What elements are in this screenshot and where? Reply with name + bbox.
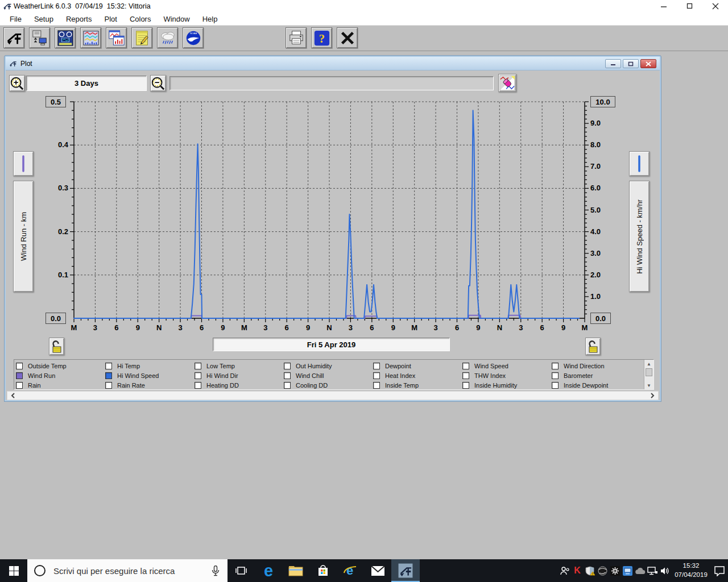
- svg-text:3: 3: [349, 323, 353, 332]
- start-button[interactable]: [0, 559, 27, 582]
- pinwheel-tray-button[interactable]: [609, 559, 621, 582]
- time-range-box[interactable]: 3 Days: [26, 76, 147, 91]
- file-explorer-button[interactable]: [282, 559, 309, 582]
- scroll-left-icon[interactable]: [9, 392, 18, 400]
- exit-button[interactable]: [337, 27, 358, 48]
- menu-colors[interactable]: Colors: [123, 13, 158, 25]
- help-button[interactable]: ?: [311, 27, 332, 48]
- svg-text:0.4: 0.4: [58, 140, 69, 149]
- legend-checkbox-wind-run[interactable]: [16, 372, 23, 379]
- mail-icon: [371, 566, 385, 576]
- plot-horizontal-scrollbar[interactable]: [7, 391, 659, 400]
- legend-checkbox-wind-direction[interactable]: [552, 363, 559, 369]
- left-series-color-button[interactable]: [13, 151, 34, 176]
- legend-checkbox-dewpoint[interactable]: [373, 363, 380, 369]
- task-view-button[interactable]: [228, 559, 255, 582]
- zoom-out-button[interactable]: [150, 75, 166, 92]
- legend-checkbox-thw-index[interactable]: [462, 372, 469, 379]
- legend-checkbox-outside-temp[interactable]: [16, 363, 23, 369]
- clear-plot-button[interactable]: [498, 74, 516, 92]
- microphone-icon[interactable]: [212, 566, 220, 576]
- legend-checkbox-cooling-dd[interactable]: [284, 382, 291, 389]
- store-button[interactable]: [309, 559, 337, 582]
- notes-button[interactable]: [131, 27, 152, 48]
- legend-checkbox-hi-wind-dir[interactable]: [195, 372, 201, 379]
- weatherlink-taskbar-button[interactable]: [391, 559, 420, 582]
- legend-scrollbar[interactable]: ▲ ▼: [644, 360, 653, 389]
- taskbar-clock[interactable]: 15:32 07/04/2019: [671, 562, 711, 579]
- svg-text:6: 6: [285, 323, 289, 332]
- windows-logo-icon: [9, 566, 19, 576]
- zoom-in-button[interactable]: [9, 75, 25, 92]
- legend-label: Cooling DD: [296, 382, 328, 389]
- legend-checkbox-wind-chill[interactable]: [284, 372, 291, 379]
- plot-window-titlebar[interactable]: Plot: [6, 57, 660, 70]
- edge-button[interactable]: e: [255, 559, 282, 582]
- close-x-icon: [339, 30, 356, 47]
- search-input[interactable]: Scrivi qui per eseguire la ricerca: [27, 559, 228, 582]
- legend-checkbox-inside-humidity[interactable]: [462, 382, 469, 389]
- legend-checkbox-hi-wind-speed[interactable]: [105, 372, 112, 379]
- rain-button[interactable]: [157, 27, 178, 48]
- action-center-button[interactable]: [711, 559, 728, 582]
- plot-close-button[interactable]: [640, 59, 656, 68]
- people-button[interactable]: [559, 559, 571, 582]
- app-titlebar[interactable]: WeatherLink 6.0.3 07/04/19 15:32: Vittor…: [0, 0, 728, 13]
- right-series-color-button[interactable]: [629, 151, 650, 176]
- noaa-button[interactable]: NOAA: [183, 27, 204, 48]
- right-lock-button[interactable]: [585, 338, 601, 355]
- menu-reports[interactable]: Reports: [60, 13, 98, 25]
- legend-checkbox-hi-temp[interactable]: [105, 363, 112, 369]
- menu-plot[interactable]: Plot: [98, 13, 123, 25]
- menu-window[interactable]: Window: [157, 13, 196, 25]
- legend-checkbox-inside-temp[interactable]: [373, 382, 380, 389]
- browser-tray-button[interactable]: [596, 559, 609, 582]
- internet-explorer-icon: e: [342, 563, 358, 579]
- left-lock-button[interactable]: [49, 338, 64, 355]
- legend-checkbox-inside-dewpoint[interactable]: [552, 382, 559, 389]
- legend-checkbox-heating-dd[interactable]: [195, 382, 201, 389]
- plot-minimize-button[interactable]: [605, 59, 621, 68]
- legend-scrollbar-thumb[interactable]: [646, 368, 652, 376]
- print-button[interactable]: [286, 27, 307, 48]
- bulletin-button[interactable]: [55, 27, 76, 48]
- legend-checkbox-barometer[interactable]: [552, 372, 559, 379]
- network-tray-button[interactable]: [646, 559, 659, 582]
- plot-restore-button[interactable]: [623, 59, 639, 68]
- weather-station-button[interactable]: [3, 27, 24, 48]
- series-hi-wind-speed: [74, 110, 579, 318]
- legend-checkbox-out-humidity[interactable]: [284, 363, 291, 369]
- app-restore-button[interactable]: [677, 0, 702, 13]
- date-navigation-bar[interactable]: Fri 5 Apr 2019: [213, 338, 450, 351]
- menu-help[interactable]: Help: [196, 13, 224, 25]
- svg-text:M: M: [71, 323, 77, 332]
- download-button[interactable]: [29, 27, 50, 48]
- mail-button[interactable]: [364, 559, 391, 582]
- strip-chart-button[interactable]: [80, 27, 101, 48]
- legend-checkbox-rain[interactable]: [16, 382, 23, 389]
- app-close-button[interactable]: [702, 0, 728, 13]
- menu-file[interactable]: File: [3, 13, 28, 25]
- onedrive-tray-button[interactable]: [634, 559, 646, 582]
- remote-tray-button[interactable]: [621, 559, 634, 582]
- legend-item-hi-wind-dir: Hi Wind Dir: [195, 371, 284, 380]
- right-axis-label-button[interactable]: Hi Wind Speed - km/hr: [629, 181, 650, 292]
- svg-text:M: M: [241, 323, 247, 332]
- scroll-down-icon[interactable]: ▼: [644, 381, 653, 389]
- scroll-right-icon[interactable]: [648, 392, 657, 400]
- menu-setup[interactable]: Setup: [28, 13, 60, 25]
- left-axis-label-button[interactable]: Wind Run - km: [13, 181, 34, 292]
- app-minimize-button[interactable]: [651, 0, 677, 13]
- legend-checkbox-wind-speed[interactable]: [462, 363, 469, 369]
- chart-plot-area[interactable]: M369N369M369N369M369N369M0.40.30.20.19.0…: [47, 97, 615, 335]
- plot-button[interactable]: [106, 27, 127, 48]
- volume-tray-button[interactable]: [659, 559, 671, 582]
- legend-checkbox-rain-rate[interactable]: [105, 382, 112, 389]
- legend-checkbox-heat-index[interactable]: [373, 372, 380, 379]
- scroll-range-bar[interactable]: [169, 76, 494, 90]
- legend-checkbox-low-temp[interactable]: [195, 363, 201, 369]
- defender-tray-button[interactable]: !: [584, 559, 596, 582]
- kaspersky-tray-button[interactable]: K: [571, 559, 584, 582]
- scroll-up-icon[interactable]: ▲: [644, 360, 653, 368]
- internet-explorer-button[interactable]: e: [337, 559, 364, 582]
